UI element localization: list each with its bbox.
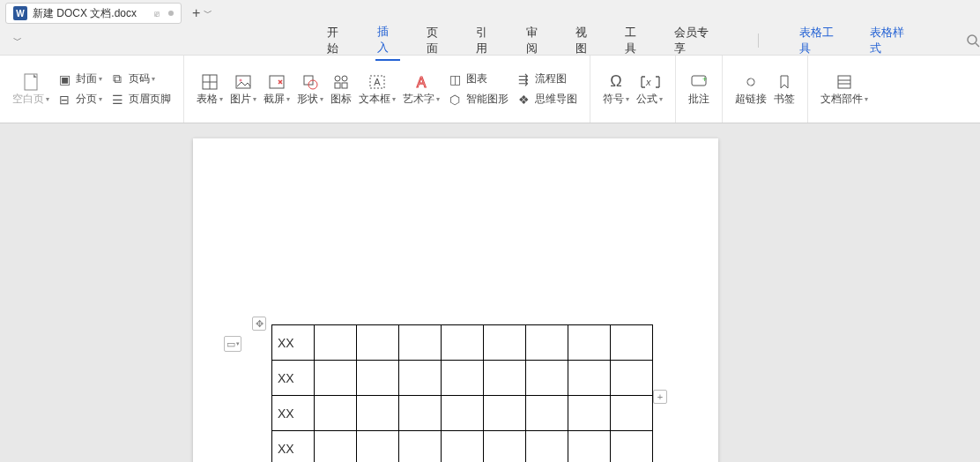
table-cell[interactable] [611,396,653,431]
new-tab-button[interactable]: + ﹀ [192,5,212,21]
tab-close-dot[interactable] [168,11,174,16]
chevron-down-icon[interactable]: ﹀ [204,7,212,19]
table-cell[interactable] [484,361,526,396]
table-cell[interactable] [611,325,653,361]
screenshot-button[interactable]: 截屏▾ [264,72,290,107]
textbox-button[interactable]: A 文本框▾ [359,72,396,107]
docparts-button[interactable]: 文档部件▾ [820,72,868,107]
table-cell[interactable] [442,325,484,361]
header-footer-button[interactable]: ☰页眉页脚 [109,92,171,107]
table-cell[interactable]: XX [272,396,315,431]
document-tab[interactable]: W 新建 DOCX 文档.docx ⎚ [5,3,182,24]
hyperlink-button[interactable]: 超链接 [735,72,767,107]
table-cell[interactable] [568,431,611,463]
comment-button[interactable]: + 批注 [688,72,709,107]
table-cell[interactable] [568,361,611,396]
table-row[interactable]: XX [272,396,653,431]
table-cell[interactable] [568,396,611,431]
table-cell[interactable] [315,361,357,396]
table-row[interactable]: XX [272,325,653,361]
symbol-icon: Ω [610,72,621,92]
bookmark-button[interactable]: 书签 [774,72,795,107]
table-row[interactable]: XX [272,431,653,463]
blank-page-button[interactable]: 空白页▾ [12,72,49,107]
table-cell[interactable] [315,325,357,361]
table-cell[interactable] [399,361,442,396]
bookmark-icon [776,72,793,92]
menu-tools[interactable]: 工具 [623,21,648,60]
table-cell[interactable] [526,396,568,431]
expand-menu-button[interactable]: ﹀ [9,34,26,47]
screenshot-icon [268,72,286,92]
wordart-button[interactable]: A 艺术字▾ [403,72,440,107]
ribbon-group-comment: + 批注 [676,56,723,123]
table-sidebar-mode-button[interactable]: ▭▾ [224,336,241,352]
table-cell[interactable] [399,431,442,463]
icons-button[interactable]: 图标 [330,72,352,107]
table-cell[interactable] [442,396,484,431]
menu-page[interactable]: 页面 [425,21,449,60]
table-cell[interactable] [357,396,399,431]
ribbon-group-insert: 表格▾ 图片▾ 截屏▾ 形状▾ 图标 A 文本框▾ A 艺术字▾ ◫图表 ⬡智能… [184,56,590,123]
word-doc-icon: W [13,6,27,20]
table-cell[interactable] [357,431,399,463]
shapes-button[interactable]: 形状▾ [297,72,323,107]
menu-review[interactable]: 审阅 [524,21,549,60]
table-row[interactable]: XX [272,361,653,396]
mindmap-icon: ❖ [516,93,531,107]
equation-button[interactable]: x 公式▾ [636,72,663,107]
table-cell[interactable] [357,325,399,361]
document-canvas[interactable]: XX XX XX XX ✥ ▭▾ + + ⤡ [0,123,980,462]
table-cell[interactable] [357,361,399,396]
chart-button[interactable]: ◫图表 [447,71,509,86]
table-cell[interactable]: XX [272,325,315,361]
table-cell[interactable] [484,325,526,361]
table-button[interactable]: 表格▾ [197,72,223,107]
table-cell[interactable] [484,431,526,463]
picture-button[interactable]: 图片▾ [230,72,256,107]
symbol-button[interactable]: Ω 符号▾ [603,72,629,107]
table-cell[interactable] [526,361,568,396]
tab-device-icon[interactable]: ⎚ [154,9,160,19]
table-cell[interactable] [442,361,484,396]
table-cell[interactable] [399,396,442,431]
page-number-button[interactable]: ⧉页码▾ [109,71,171,86]
table-cell[interactable] [442,431,484,463]
table-cell[interactable] [315,431,357,463]
menu-table-tools[interactable]: 表格工具 [798,21,844,60]
table-cell[interactable] [399,325,442,361]
menu-start[interactable]: 开始 [325,21,350,60]
table-cell[interactable]: XX [272,431,315,463]
table-cell[interactable] [568,325,611,361]
menu-reference[interactable]: 引用 [474,21,499,60]
table-cell[interactable] [611,431,653,463]
svg-rect-21 [838,76,850,88]
search-icon[interactable] [966,34,980,48]
table-cell[interactable] [484,396,526,431]
table-cell[interactable] [611,361,653,396]
smartart-button[interactable]: ⬡智能图形 [447,92,509,107]
table-cell[interactable]: XX [272,361,315,396]
menu-table-style[interactable]: 表格样式 [868,21,915,60]
table-cell[interactable] [315,396,357,431]
cover-button[interactable]: ▣封面▾ [56,71,102,86]
plus-icon: + [192,5,200,21]
svg-text:A: A [417,75,427,90]
svg-rect-13 [335,83,340,88]
svg-point-7 [240,78,242,81]
page-break-button[interactable]: ⊟分页▾ [56,92,102,107]
table-cell[interactable] [526,431,568,463]
svg-point-12 [342,76,347,81]
icons-icon [332,72,350,92]
mindmap-button[interactable]: ❖思维导图 [516,92,577,107]
table-move-handle[interactable]: ✥ [252,317,266,331]
menu-view[interactable]: 视图 [574,21,598,60]
flowchart-button[interactable]: ⇶流程图 [516,71,577,86]
document-table[interactable]: XX XX XX XX [271,324,653,462]
svg-text:A: A [374,77,381,87]
ribbon: 空白页▾ ▣封面▾ ⊟分页▾ ⧉页码▾ ☰页眉页脚 表格▾ 图片▾ 截屏▾ 形状… [0,55,980,123]
table-add-column-handle[interactable]: + [653,390,667,404]
menu-member[interactable]: 会员专享 [672,21,719,60]
shapes-icon [301,72,319,92]
table-cell[interactable] [526,325,568,361]
